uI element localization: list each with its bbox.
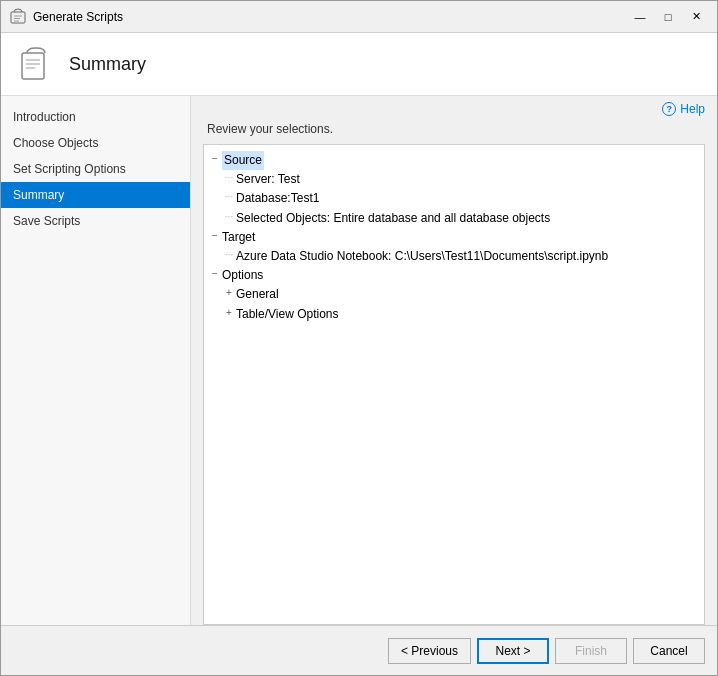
sidebar-item-set-scripting-options[interactable]: Set Scripting Options: [1, 156, 190, 182]
tree-label-general: General: [236, 285, 279, 304]
header-title: Summary: [69, 54, 146, 75]
tree-node-selected-objects: ··· Selected Objects: Entire database an…: [208, 209, 700, 228]
tree-toggle-target[interactable]: −: [208, 228, 222, 244]
title-bar-controls: — □ ✕: [627, 7, 709, 27]
tree-connector-server: ···: [222, 170, 236, 186]
cancel-button[interactable]: Cancel: [633, 638, 705, 664]
help-bar: ? Help: [191, 96, 717, 122]
next-button[interactable]: Next >: [477, 638, 549, 664]
window-icon: [9, 8, 27, 26]
tree-toggle-source[interactable]: −: [208, 151, 222, 167]
main-content: ? Help Review your selections. − Source …: [191, 96, 717, 625]
tree-label-target: Target: [222, 228, 255, 247]
svg-rect-4: [22, 53, 44, 79]
title-bar: Generate Scripts — □ ✕: [1, 1, 717, 33]
tree-label-table-view: Table/View Options: [236, 305, 339, 324]
finish-button[interactable]: Finish: [555, 638, 627, 664]
generate-scripts-window: Generate Scripts — □ ✕ Summary Introduct…: [0, 0, 718, 676]
title-bar-text: Generate Scripts: [33, 10, 627, 24]
tree-label-notebook: Azure Data Studio Notebook: C:\Users\Tes…: [236, 247, 608, 266]
window-header: Summary: [1, 33, 717, 96]
sidebar-item-introduction[interactable]: Introduction: [1, 104, 190, 130]
close-button[interactable]: ✕: [683, 7, 709, 27]
sidebar: Introduction Choose Objects Set Scriptin…: [1, 96, 191, 625]
tree-node-source: − Source: [208, 151, 700, 170]
sidebar-item-summary[interactable]: Summary: [1, 182, 190, 208]
header-icon: [17, 45, 55, 83]
tree-connector-selected-objects: ···: [222, 209, 236, 225]
tree-label-options: Options: [222, 266, 263, 285]
help-icon: ?: [662, 102, 676, 116]
help-link[interactable]: ? Help: [662, 102, 705, 116]
sidebar-item-choose-objects[interactable]: Choose Objects: [1, 130, 190, 156]
previous-button[interactable]: < Previous: [388, 638, 471, 664]
tree-connector-database: ···: [222, 189, 236, 205]
tree-label-selected-objects: Selected Objects: Entire database and al…: [236, 209, 550, 228]
tree-label-database: Database:Test1: [236, 189, 319, 208]
tree-node-target: − Target: [208, 228, 700, 247]
tree-node-table-view-options: + Table/View Options: [208, 305, 700, 324]
minimize-button[interactable]: —: [627, 7, 653, 27]
review-label: Review your selections.: [191, 122, 717, 144]
tree-label-source: Source: [222, 151, 264, 170]
tree-toggle-general[interactable]: +: [222, 285, 236, 301]
tree-connector-notebook: ···: [222, 247, 236, 263]
maximize-button[interactable]: □: [655, 7, 681, 27]
tree-node-options: − Options: [208, 266, 700, 285]
tree-toggle-table-view[interactable]: +: [222, 305, 236, 321]
window-body: Introduction Choose Objects Set Scriptin…: [1, 96, 717, 625]
tree-node-database: ··· Database:Test1: [208, 189, 700, 208]
tree-label-server: Server: Test: [236, 170, 300, 189]
footer: < Previous Next > Finish Cancel: [1, 625, 717, 675]
sidebar-item-save-scripts[interactable]: Save Scripts: [1, 208, 190, 234]
tree-panel[interactable]: − Source ··· Server: Test ··· Database:T…: [203, 144, 705, 625]
tree-toggle-options[interactable]: −: [208, 266, 222, 282]
tree-node-server: ··· Server: Test: [208, 170, 700, 189]
tree-node-notebook: ··· Azure Data Studio Notebook: C:\Users…: [208, 247, 700, 266]
tree-node-general: + General: [208, 285, 700, 304]
